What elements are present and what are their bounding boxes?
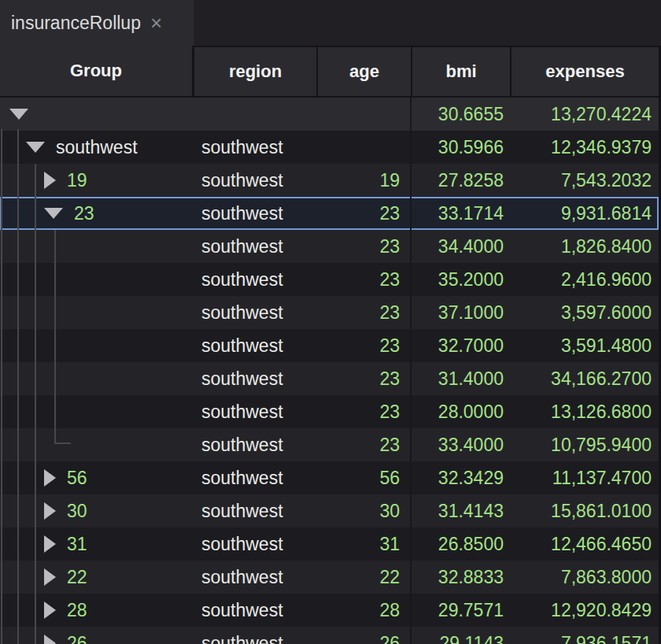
table-row[interactable]: southwest 23 37.1000 3,597.6000	[0, 296, 659, 329]
group-label: 30	[67, 501, 87, 522]
age-cell: 23	[316, 296, 411, 329]
tree-toggle-icon[interactable]	[44, 568, 56, 586]
bmi-cell: 26.8500	[411, 527, 510, 561]
tab-insurance-rollup[interactable]: insuranceRollup ×	[0, 0, 194, 46]
tree-guide-root	[1, 129, 2, 644]
tree-guide-level-3	[54, 230, 56, 444]
tree-toggle-icon[interactable]	[44, 172, 56, 189]
bmi-cell: 30.6655	[411, 98, 510, 131]
bmi-cell: 33.1714	[411, 197, 510, 230]
age-cell: 22	[316, 561, 411, 594]
age-cell: 31	[316, 527, 411, 561]
age-cell: 23	[316, 395, 411, 428]
table-row[interactable]: southwest 23 34.4000 1,826.8400	[0, 230, 659, 263]
table-row[interactable]: 19 southwest 19 27.8258 7,543.2032	[0, 164, 659, 197]
bmi-cell: 32.8833	[411, 561, 510, 594]
tree-toggle-icon[interactable]	[44, 601, 56, 619]
age-cell: 28	[316, 594, 411, 627]
expenses-cell: 9,931.6814	[510, 197, 659, 230]
table-row[interactable]: southwest 23 32.7000 3,591.4800	[0, 329, 659, 362]
table-row[interactable]: 22 southwest 22 32.8833 7,863.8000	[0, 561, 659, 594]
region-cell	[194, 98, 316, 131]
group-label: 19	[67, 170, 87, 191]
region-cell: southwest	[194, 362, 316, 395]
group-cell: 30	[0, 494, 194, 527]
tree-toggle-icon[interactable]	[44, 635, 56, 644]
close-icon[interactable]: ×	[150, 13, 162, 33]
tree-guide-level-1	[17, 129, 19, 644]
region-cell: southwest	[194, 561, 316, 594]
group-cell	[0, 263, 194, 296]
group-cell	[0, 395, 194, 428]
expenses-cell: 3,597.6000	[510, 296, 659, 329]
region-cell: southwest	[194, 197, 316, 230]
group-label: 23	[74, 203, 94, 224]
table-row[interactable]: 23 southwest 23 33.1714 9,931.6814	[0, 197, 659, 230]
expenses-cell: 12,346.9379	[510, 131, 659, 164]
group-cell	[0, 428, 194, 461]
bmi-cell: 32.3429	[411, 461, 510, 494]
expenses-cell: 10,795.9400	[510, 428, 659, 461]
bmi-cell: 34.4000	[411, 230, 510, 263]
tab-title: insuranceRollup	[11, 13, 141, 34]
bmi-cell: 32.7000	[411, 329, 510, 362]
column-header-group[interactable]: Group	[0, 46, 192, 96]
group-cell: 23	[0, 197, 194, 230]
column-header-row: Group region age bmi expenses	[0, 46, 659, 98]
bmi-cell: 37.1000	[411, 296, 510, 329]
group-label: 56	[67, 468, 87, 489]
expenses-cell: 7,543.2032	[510, 164, 659, 197]
tree-toggle-icon[interactable]	[44, 208, 63, 219]
age-cell	[316, 131, 411, 164]
table-row[interactable]: 56 southwest 56 32.3429 11,137.4700	[0, 461, 659, 494]
group-label: 28	[67, 600, 87, 621]
bmi-cell: 31.4143	[411, 494, 510, 527]
column-header-bmi[interactable]: bmi	[412, 47, 510, 96]
tree-toggle-icon[interactable]	[44, 469, 56, 487]
region-cell: southwest	[194, 527, 316, 561]
table-row[interactable]: 30 southwest 30 31.4143 15,861.0100	[0, 494, 659, 527]
bmi-cell: 29.1143	[411, 627, 510, 644]
column-header-expenses[interactable]: expenses	[511, 47, 659, 96]
expenses-cell: 3,591.4800	[510, 329, 659, 362]
region-cell: southwest	[194, 428, 316, 461]
table-row[interactable]: southwest 23 28.0000 13,126.6800	[0, 395, 659, 428]
group-cell: 19	[0, 164, 194, 197]
table-row[interactable]: 26 southwest 26 29.1143 7,936.1571	[0, 627, 659, 644]
column-header-age[interactable]: age	[318, 47, 411, 96]
bmi-cell: 27.8258	[411, 164, 510, 197]
group-label: southwest	[56, 137, 138, 158]
group-cell: 22	[0, 561, 194, 594]
group-cell: 26	[0, 627, 194, 644]
age-cell: 23	[316, 197, 411, 230]
region-cell: southwest	[194, 461, 316, 494]
table-row[interactable]: 28 southwest 28 29.7571 12,920.8429	[0, 594, 659, 627]
expenses-cell: 34,166.2700	[510, 362, 659, 395]
table-row[interactable]: southwest 23 31.4000 34,166.2700	[0, 362, 659, 395]
column-header-region[interactable]: region	[194, 47, 316, 96]
table-body: 30.6655 13,270.4224 southwest southwest …	[0, 98, 659, 644]
table-row[interactable]: southwest southwest 30.5966 12,346.9379	[0, 131, 659, 164]
tree-toggle-icon[interactable]	[9, 109, 28, 120]
tree-toggle-icon[interactable]	[26, 142, 45, 153]
region-cell: southwest	[194, 296, 316, 329]
region-cell: southwest	[194, 594, 316, 627]
table-row[interactable]: 30.6655 13,270.4224	[0, 98, 659, 131]
table-row[interactable]: 31 southwest 31 26.8500 12,466.4650	[0, 527, 659, 561]
expenses-cell: 13,126.6800	[510, 395, 659, 428]
region-cell: southwest	[194, 230, 316, 263]
table-row[interactable]: southwest 23 33.4000 10,795.9400	[0, 428, 659, 461]
group-cell	[0, 329, 194, 362]
table-row[interactable]: southwest 23 35.2000 2,416.9600	[0, 263, 659, 296]
age-cell: 56	[316, 461, 411, 494]
group-cell: 31	[0, 527, 194, 561]
age-cell: 30	[316, 494, 411, 527]
tree-toggle-icon[interactable]	[44, 502, 56, 520]
bmi-cell: 30.5966	[411, 131, 510, 164]
region-cell: southwest	[194, 131, 316, 164]
group-cell	[0, 362, 194, 395]
bmi-cell: 29.7571	[411, 594, 510, 627]
region-cell: southwest	[194, 627, 316, 644]
tree-toggle-icon[interactable]	[44, 535, 56, 553]
age-cell: 23	[316, 329, 411, 362]
